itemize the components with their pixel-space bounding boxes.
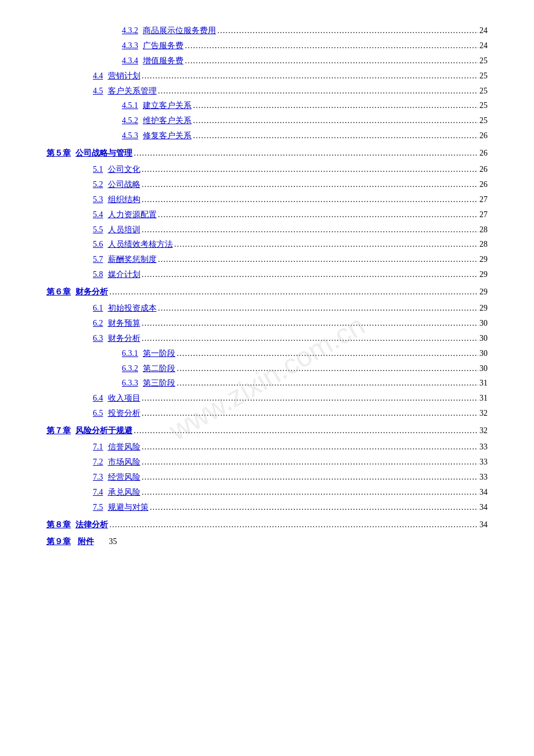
toc-item-5.2[interactable]: 5.2公司战略…………………………………………………………………………………………	[46, 177, 488, 192]
toc-title-5.3[interactable]: 组织结构	[108, 192, 140, 207]
toc-title-5.8[interactable]: 媒介计划	[108, 267, 140, 282]
toc-title-ch5[interactable]: 公司战略与管理	[75, 146, 132, 161]
toc-item-ch5[interactable]: 第５章公司战略与管理…………………………………………………………………………………	[46, 146, 488, 161]
toc-title-6.2[interactable]: 财务预算	[108, 316, 140, 331]
toc-num-ch5[interactable]: 第５章	[46, 146, 71, 161]
toc-num-5.1[interactable]: 5.1	[93, 162, 103, 177]
toc-title-6.5[interactable]: 投资分析	[108, 406, 140, 421]
toc-num-5.8[interactable]: 5.8	[93, 267, 103, 282]
toc-num-ch6[interactable]: 第６章	[46, 285, 71, 300]
toc-title-7.3[interactable]: 经营风险	[108, 470, 140, 485]
toc-title-5.6[interactable]: 人员绩效考核方法	[108, 237, 173, 252]
toc-title-5.2[interactable]: 公司战略	[108, 177, 140, 192]
toc-item-4.5.2[interactable]: 4.5.2维护客户关系………………………………………………………………………………	[46, 113, 488, 128]
toc-item-ch8[interactable]: 第８章法律分析…………………………………………………………………………………………	[46, 517, 488, 532]
toc-num-5.4[interactable]: 5.4	[93, 207, 103, 222]
toc-title-ch7[interactable]: 风险分析于规避	[75, 423, 132, 438]
toc-num-7.2[interactable]: 7.2	[93, 455, 103, 470]
toc-num-4.3.2[interactable]: 4.3.2	[122, 23, 138, 38]
toc-item-4.3.4[interactable]: 4.3.4增值服务费…………………………………………………………………………………	[46, 53, 488, 69]
toc-item-5.5[interactable]: 5.5人员培训…………………………………………………………………………………………	[46, 222, 488, 237]
toc-title-7.1[interactable]: 信誉风险	[108, 440, 140, 455]
toc-title-4.5.3[interactable]: 修复客户关系	[143, 128, 192, 143]
toc-title-7.2[interactable]: 市场风险	[108, 455, 140, 470]
toc-item-4.5.3[interactable]: 4.5.3修复客户关系………………………………………………………………………………	[46, 128, 488, 143]
toc-num-6.3[interactable]: 6.3	[93, 331, 103, 346]
toc-item-5.8[interactable]: 5.8媒介计划…………………………………………………………………………………………	[46, 267, 488, 282]
toc-title-6.4[interactable]: 收入项目	[108, 391, 140, 406]
toc-num-6.2[interactable]: 6.2	[93, 316, 103, 331]
toc-num-4.3.3[interactable]: 4.3.3	[122, 38, 138, 53]
toc-item-4.3.2[interactable]: 4.3.2商品展示位服务费用………………………………………………………………………	[46, 23, 488, 38]
toc-title-4.3.2[interactable]: 商品展示位服务费用	[143, 23, 216, 38]
toc-item-7.1[interactable]: 7.1信誉风险…………………………………………………………………………………………	[46, 440, 488, 455]
toc-item-6.3.3[interactable]: 6.3.3第三阶段……………………………………………………………………………………	[46, 376, 488, 391]
toc-title-6.3.1[interactable]: 第一阶段	[143, 346, 175, 361]
toc-item-7.2[interactable]: 7.2市场风险…………………………………………………………………………………………	[46, 455, 488, 470]
toc-num-6.3.1[interactable]: 6.3.1	[122, 346, 138, 361]
toc-title-ch6[interactable]: 财务分析	[75, 285, 108, 300]
toc-item-6.5[interactable]: 6.5投资分析…………………………………………………………………………………………	[46, 406, 488, 421]
toc-item-ch7[interactable]: 第７章风险分析于规避…………………………………………………………………………………	[46, 423, 488, 438]
toc-num-6.1[interactable]: 6.1	[93, 301, 103, 316]
toc-title-4.4[interactable]: 营销计划	[108, 69, 140, 84]
toc-item-6.1[interactable]: 6.1初始投资成本……………………………………………………………………………………	[46, 301, 488, 316]
toc-item-ch9[interactable]: 第９章 附件 35	[46, 534, 488, 549]
toc-num-6.4[interactable]: 6.4	[93, 391, 103, 406]
toc-title-5.1[interactable]: 公司文化	[108, 162, 140, 177]
toc-num-ch7[interactable]: 第７章	[46, 423, 71, 438]
toc-item-6.4[interactable]: 6.4收入项目…………………………………………………………………………………………	[46, 391, 488, 406]
toc-num-5.7[interactable]: 5.7	[93, 252, 103, 267]
toc-num-4.4[interactable]: 4.4	[93, 69, 103, 84]
toc-title-6.3.2[interactable]: 第二阶段	[143, 361, 175, 376]
toc-num-7.3[interactable]: 7.3	[93, 470, 103, 485]
toc-item-6.2[interactable]: 6.2财务预算…………………………………………………………………………………………	[46, 316, 488, 331]
toc-title-7.4[interactable]: 承兑风险	[108, 485, 140, 500]
toc-item-7.3[interactable]: 7.3经营风险…………………………………………………………………………………………	[46, 470, 488, 485]
toc-item-5.4[interactable]: 5.4人力资源配置……………………………………………………………………………………	[46, 207, 488, 222]
toc-num-4.5[interactable]: 4.5	[93, 84, 103, 99]
toc-num-ch9[interactable]: 第９章	[46, 534, 71, 549]
toc-item-6.3.2[interactable]: 6.3.2第二阶段……………………………………………………………………………………	[46, 361, 488, 376]
toc-num-5.5[interactable]: 5.5	[93, 222, 103, 237]
toc-title-4.3.4[interactable]: 增值服务费	[143, 53, 183, 69]
toc-item-5.6[interactable]: 5.6人员绩效考核方法………………………………………………………………………………	[46, 237, 488, 252]
toc-title-6.1[interactable]: 初始投资成本	[108, 301, 157, 316]
toc-item-4.5.1[interactable]: 4.5.1建立客户关系………………………………………………………………………………	[46, 98, 488, 113]
toc-item-6.3.1[interactable]: 6.3.1第一阶段……………………………………………………………………………………	[46, 346, 488, 361]
toc-num-5.2[interactable]: 5.2	[93, 177, 103, 192]
toc-num-6.3.2[interactable]: 6.3.2	[122, 361, 138, 376]
toc-item-4.5[interactable]: 4.5客户关系管理……………………………………………………………………………………	[46, 84, 488, 99]
toc-item-5.3[interactable]: 5.3组织结构…………………………………………………………………………………………	[46, 192, 488, 207]
toc-item-5.1[interactable]: 5.1公司文化…………………………………………………………………………………………	[46, 162, 488, 177]
toc-num-6.3.3[interactable]: 6.3.3	[122, 376, 138, 391]
toc-item-ch6[interactable]: 第６章财务分析…………………………………………………………………………………………	[46, 285, 488, 300]
toc-title-5.7[interactable]: 薪酬奖惩制度	[108, 252, 157, 267]
toc-title-5.5[interactable]: 人员培训	[108, 222, 140, 237]
toc-title-5.4[interactable]: 人力资源配置	[108, 207, 157, 222]
toc-num-4.5.1[interactable]: 4.5.1	[122, 98, 138, 113]
toc-num-7.1[interactable]: 7.1	[93, 440, 103, 455]
toc-num-5.6[interactable]: 5.6	[93, 237, 103, 252]
toc-title-4.5[interactable]: 客户关系管理	[108, 84, 157, 99]
toc-num-5.3[interactable]: 5.3	[93, 192, 103, 207]
toc-num-4.5.2[interactable]: 4.5.2	[122, 113, 138, 128]
toc-item-6.3[interactable]: 6.3财务分析…………………………………………………………………………………………	[46, 331, 488, 346]
toc-num-6.5[interactable]: 6.5	[93, 406, 103, 421]
toc-num-7.4[interactable]: 7.4	[93, 485, 103, 500]
toc-title-4.3.3[interactable]: 广告服务费	[143, 38, 183, 53]
toc-title-ch9[interactable]: 附件	[78, 534, 94, 549]
toc-item-4.3.3[interactable]: 4.3.3广告服务费…………………………………………………………………………………	[46, 38, 488, 53]
toc-title-6.3[interactable]: 财务分析	[108, 331, 140, 346]
toc-item-7.5[interactable]: 7.5规避与对策………………………………………………………………………………………	[46, 500, 488, 515]
toc-title-ch8[interactable]: 法律分析	[75, 517, 108, 532]
toc-title-6.3.3[interactable]: 第三阶段	[143, 376, 175, 391]
toc-title-4.5.1[interactable]: 建立客户关系	[143, 98, 192, 113]
toc-title-4.5.2[interactable]: 维护客户关系	[143, 113, 192, 128]
toc-item-7.4[interactable]: 7.4承兑风险…………………………………………………………………………………………	[46, 485, 488, 500]
toc-item-5.7[interactable]: 5.7薪酬奖惩制度……………………………………………………………………………………	[46, 252, 488, 267]
toc-item-4.4[interactable]: 4.4营销计划…………………………………………………………………………………………	[46, 69, 488, 84]
toc-num-7.5[interactable]: 7.5	[93, 500, 103, 515]
toc-title-7.5[interactable]: 规避与对策	[108, 500, 149, 515]
toc-num-4.3.4[interactable]: 4.3.4	[122, 53, 138, 69]
